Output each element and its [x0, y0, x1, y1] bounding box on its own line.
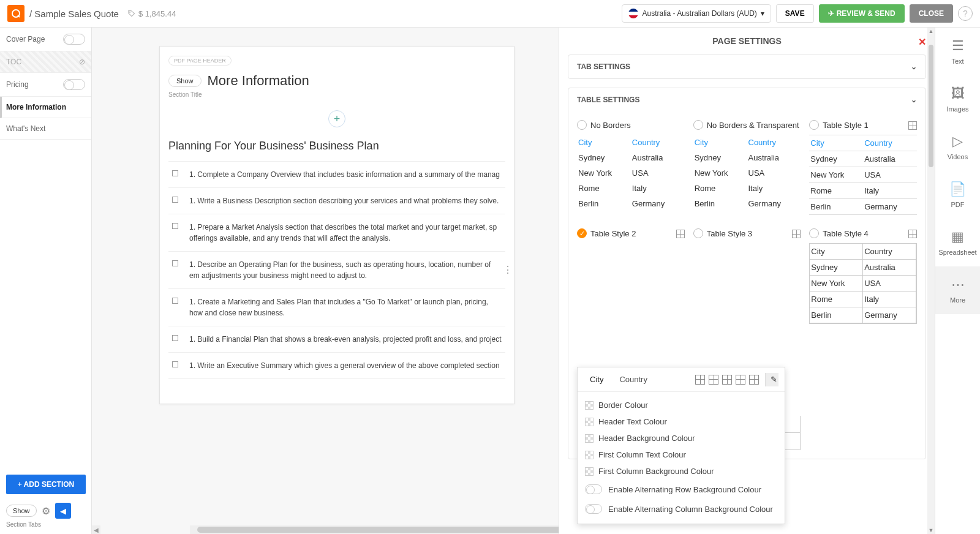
tool-spreadsheet[interactable]: ▦Spreadsheet [935, 219, 980, 266]
toggle-icon[interactable] [585, 504, 602, 514]
task-row[interactable]: 1. Build a Financial Plan that shows a b… [168, 326, 505, 352]
td: New York [693, 165, 747, 181]
tab-settings-section[interactable]: TAB SETTINGS⌄ [568, 55, 926, 79]
collapse-button[interactable]: ◀ [55, 503, 71, 519]
header-bg-colour-row[interactable]: Header Background Colour [585, 430, 777, 446]
app-logo[interactable] [7, 5, 24, 22]
color-swatch-icon[interactable] [585, 401, 594, 410]
th: Country [631, 135, 685, 150]
color-swatch-icon[interactable] [585, 467, 594, 476]
scroll-left-icon[interactable]: ◀ [92, 525, 100, 534]
help-icon[interactable]: ? [958, 6, 973, 21]
currency-selector[interactable]: Australia - Australian Dollars (AUD) ▾ [622, 4, 771, 23]
add-section-button[interactable]: + ADD SECTION [6, 475, 86, 494]
checkbox-icon[interactable] [172, 223, 178, 229]
panel-scrollbar[interactable]: ▲ ▼ [927, 28, 935, 534]
toggle-icon[interactable] [585, 484, 602, 494]
close-button[interactable]: CLOSE [910, 4, 953, 23]
checkbox-icon[interactable] [172, 197, 178, 203]
add-block-button[interactable]: + [328, 110, 345, 127]
sidebar-item-pricing[interactable]: Pricing [0, 73, 91, 97]
radio-icon[interactable] [809, 120, 819, 130]
scrollbar-thumb[interactable] [197, 527, 589, 533]
section-title[interactable]: More Information [208, 73, 309, 89]
tool-pdf[interactable]: 📄PDF [935, 171, 980, 219]
sidebar-label: TOC [6, 58, 21, 66]
checkbox-icon[interactable] [172, 298, 178, 304]
tool-more[interactable]: ⋯More [935, 266, 980, 314]
plan-heading[interactable]: Planning For Your Business' Business Pla… [168, 140, 505, 152]
scroll-down-icon[interactable]: ▼ [927, 527, 935, 534]
task-row[interactable]: 1. Write a Business Description section … [168, 187, 505, 214]
border-colour-row[interactable]: Border Colour [585, 397, 777, 413]
alt-row-toggle[interactable]: Enable Alternating Row Background Colour [585, 479, 777, 499]
task-row[interactable]: 1. Create a Marketing and Sales Plan tha… [168, 288, 505, 326]
gear-icon[interactable]: ⚙ [42, 505, 50, 517]
radio-icon[interactable] [693, 120, 703, 130]
popup-tab-city[interactable]: City [584, 372, 609, 386]
edit-icon[interactable]: ✎ [765, 373, 778, 386]
review-send-button[interactable]: ✈REVIEW & SEND [819, 4, 905, 23]
sidebar-item-more-info[interactable]: More Information [0, 97, 91, 118]
grid-icon[interactable] [908, 121, 917, 130]
task-row[interactable]: 1. Complete a Company Overview that incl… [168, 161, 505, 187]
header-text-colour-row[interactable]: Header Text Colour [585, 413, 777, 430]
style-label: Table Style 1 [823, 121, 868, 130]
tool-images[interactable]: 🖼Images [935, 75, 980, 123]
checkbox-icon[interactable] [172, 335, 178, 341]
td: Italy [863, 183, 917, 198]
border-horizontal-icon[interactable] [736, 375, 745, 385]
task-row[interactable]: 1. Describe an Operating Plan for the bu… [168, 251, 505, 288]
section-show-toggle[interactable]: Show [168, 75, 202, 87]
breadcrumb[interactable]: / Sample Sales Quote [29, 9, 119, 19]
border-all-icon[interactable] [695, 375, 705, 385]
border-outer-icon[interactable] [709, 375, 718, 385]
radio-icon[interactable] [809, 228, 819, 238]
visibility-toggle[interactable] [63, 34, 85, 45]
style-no-borders[interactable]: No Borders CityCountry SydneyAustralia N… [577, 120, 685, 215]
grid-icon[interactable] [908, 230, 917, 238]
task-row[interactable]: 1. Write an Executive Summary which give… [168, 352, 505, 379]
tool-videos[interactable]: ▷Videos [935, 123, 980, 171]
visibility-toggle[interactable] [63, 79, 85, 90]
style-no-borders-transparent[interactable]: No Borders & Transparent CityCountry Syd… [693, 120, 801, 215]
play-icon: ▷ [952, 134, 963, 149]
border-inner-icon[interactable] [722, 375, 732, 385]
table-preview: CityCountry SydneyAustralia New YorkUSA … [693, 135, 801, 211]
sidebar-item-toc[interactable]: TOC ⊘ [0, 51, 91, 73]
radio-icon[interactable] [577, 228, 587, 238]
topbar: / Sample Sales Quote $ 1,845.44 Australi… [0, 0, 980, 28]
checkbox-icon[interactable] [172, 260, 178, 266]
drag-handle-icon[interactable]: ⋮ [503, 269, 513, 271]
close-icon[interactable]: ✕ [918, 36, 926, 48]
checkbox-icon[interactable] [172, 361, 178, 367]
scrollbar-thumb[interactable] [929, 45, 933, 167]
tool-text[interactable]: ☰Text [935, 28, 980, 75]
sidebar-item-cover[interactable]: Cover Page [0, 28, 91, 51]
task-row[interactable]: 1. Prepare a Market Analysis section tha… [168, 214, 505, 251]
popup-tab-country[interactable]: Country [613, 372, 654, 386]
first-col-text-row[interactable]: First Column Text Colour [585, 446, 777, 463]
sidebar-item-whats-next[interactable]: What's Next [0, 118, 91, 140]
th: City [693, 135, 747, 150]
color-swatch-icon[interactable] [585, 451, 594, 459]
color-swatch-icon[interactable] [585, 418, 594, 426]
radio-icon[interactable] [577, 120, 587, 130]
show-toggle[interactable]: Show [6, 505, 37, 517]
style-table-1[interactable]: Table Style 1 CityCountry SydneyAustrali… [809, 120, 917, 215]
first-col-bg-row[interactable]: First Column Background Colour [585, 463, 777, 479]
radio-icon[interactable] [693, 228, 703, 238]
checkbox-icon[interactable] [172, 170, 178, 176]
style-table-4[interactable]: Table Style 4 CityCountry SydneyAustrali… [809, 228, 917, 450]
save-button[interactable]: SAVE [776, 4, 814, 23]
section-subtitle: Section Title [168, 91, 505, 98]
alt-col-toggle[interactable]: Enable Alternating Column Background Col… [585, 499, 777, 519]
table-settings-header[interactable]: TABLE SETTINGS⌄ [568, 88, 925, 111]
th: Country [747, 135, 801, 150]
border-vertical-icon[interactable] [749, 375, 759, 385]
td: New York [809, 167, 863, 182]
grid-icon[interactable] [676, 230, 685, 238]
color-swatch-icon[interactable] [585, 434, 594, 443]
scroll-up-icon[interactable]: ▲ [927, 28, 935, 35]
grid-icon[interactable] [792, 230, 801, 238]
